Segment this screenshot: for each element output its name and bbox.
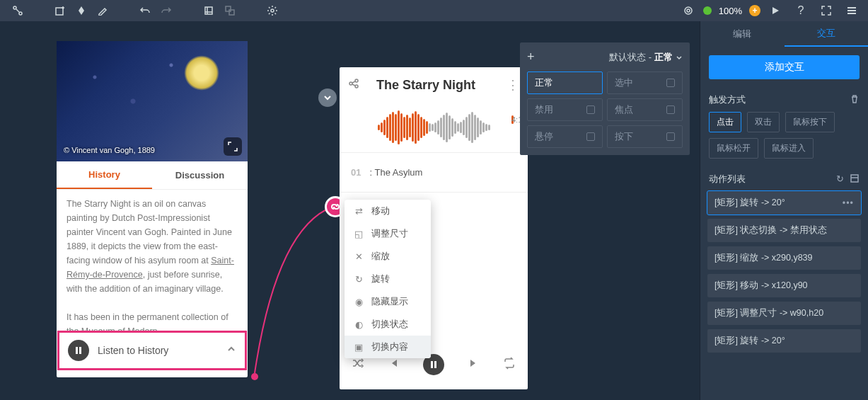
tab-discussion[interactable]: Discussion	[152, 161, 248, 189]
pause-icon[interactable]	[68, 340, 89, 361]
add-zoom-icon[interactable]: +	[749, 5, 760, 16]
undo-icon[interactable]	[134, 0, 156, 21]
context-menu: ⇄移动 ◱调整尺寸 ✕缩放 ↻旋转 ◉隐藏显示 ◐切换状态 ▣切换内容	[345, 200, 431, 358]
action-item[interactable]: [矩形] 旋转 -> 20°•••	[707, 191, 861, 215]
actions-section-title: 动作列表	[709, 173, 746, 185]
list-icon[interactable]	[850, 173, 860, 185]
action-item[interactable]: [矩形] 移动 -> x120,y90	[707, 274, 861, 297]
top-toolbar: 100% + ?	[0, 0, 868, 21]
trigger-dblclick[interactable]: 双击	[747, 112, 780, 132]
interaction-link-line	[251, 196, 336, 380]
svg-rect-9	[76, 347, 78, 354]
svg-rect-14	[431, 361, 433, 368]
link-endpoint-dot[interactable]	[251, 373, 258, 380]
player-title: Listen to History	[98, 345, 226, 356]
trigger-mouseenter[interactable]: 鼠标进入	[764, 138, 814, 159]
status-dot-green	[703, 6, 712, 15]
artboard-history[interactable]: © Vincent van Gogh, 1889 History Discuss…	[57, 41, 248, 377]
canvas[interactable]: © Vincent van Gogh, 1889 History Discuss…	[0, 21, 700, 400]
action-item[interactable]: [矩形] 状态切换 -> 禁用状态	[707, 219, 861, 242]
trigger-click[interactable]: 点击	[709, 112, 741, 132]
svg-point-0	[13, 6, 16, 9]
svg-rect-4	[226, 6, 231, 11]
menu-resize[interactable]: ◱调整尺寸	[345, 222, 431, 245]
tab-edit[interactable]: 编辑	[700, 21, 785, 47]
svg-point-1	[19, 12, 22, 15]
svg-rect-2	[56, 8, 63, 15]
menu-move[interactable]: ⇄移动	[345, 200, 431, 222]
state-normal[interactable]: 正常	[527, 72, 603, 94]
settings-icon[interactable]	[262, 0, 283, 21]
state-panel: + 默认状态 - 正常 正常 选中 禁用 焦点 悬停 按下	[520, 42, 690, 155]
image-credit: © Vincent van Gogh, 1889	[64, 146, 155, 154]
svg-rect-10	[79, 347, 81, 354]
state-pressed[interactable]: 按下	[607, 125, 683, 148]
actions-list: [矩形] 旋转 -> 20°•••[矩形] 状态切换 -> 禁用状态[矩形] 缩…	[700, 191, 868, 353]
state-dropdown[interactable]: 默认状态 - 正常	[609, 51, 683, 64]
zoom-level[interactable]: 100%	[719, 6, 742, 16]
menu-switch-state[interactable]: ◐切换状态	[345, 313, 431, 336]
description-text: The Starry Night is an oil on canvas pai…	[57, 190, 248, 345]
right-panel: 编辑 交互 添加交互 触发方式 点击 双击 鼠标按下 鼠标松开 鼠标进入 动作列…	[700, 21, 868, 400]
fullscreen-icon[interactable]	[816, 0, 837, 21]
state-disabled[interactable]: 禁用	[527, 98, 603, 121]
expand-icon[interactable]	[224, 137, 242, 156]
action-item[interactable]: [矩形] 缩放 -> x290,y839	[707, 246, 861, 270]
trigger-section-title: 触发方式	[709, 93, 746, 106]
repeat-icon[interactable]	[503, 357, 516, 372]
waveform[interactable]: 4:18	[340, 103, 528, 152]
hero-image: © Vincent van Gogh, 1889	[57, 41, 248, 161]
chevron-up-icon[interactable]	[226, 344, 236, 357]
shuffle-icon[interactable]	[352, 357, 364, 372]
branch-icon[interactable]	[7, 0, 28, 21]
refresh-icon[interactable]: ↻	[836, 173, 844, 185]
content-tabs: History Discussion	[57, 161, 248, 190]
state-focus[interactable]: 焦点	[607, 98, 683, 121]
more-icon[interactable]: ⋮	[507, 77, 519, 93]
player-heading: The Starry Night	[352, 78, 499, 93]
state-hover[interactable]: 悬停	[527, 125, 603, 148]
prev-icon[interactable]	[388, 358, 399, 372]
trigger-mouseup[interactable]: 鼠标松开	[709, 138, 758, 159]
crop-icon[interactable]	[198, 0, 219, 21]
action-item[interactable]: [矩形] 调整尺寸 -> w90,h20	[707, 302, 861, 325]
play-icon[interactable]	[765, 0, 786, 21]
redo-icon[interactable]	[156, 0, 177, 21]
add-state-icon[interactable]: +	[527, 50, 535, 64]
wave-duration: 4:18	[511, 115, 514, 124]
next-icon[interactable]	[468, 358, 480, 372]
menu-switch-content[interactable]: ▣切换内容	[345, 336, 431, 358]
ungroup-icon[interactable]	[219, 0, 241, 21]
help-icon[interactable]: ?	[790, 0, 811, 21]
trigger-mousedown[interactable]: 鼠标按下	[785, 112, 835, 132]
state-selected[interactable]: 选中	[607, 72, 683, 94]
delete-icon[interactable]	[850, 94, 860, 106]
pencil-icon[interactable]	[92, 0, 113, 21]
tab-history[interactable]: History	[57, 161, 152, 189]
menu-scale[interactable]: ✕缩放	[345, 245, 431, 268]
add-frame-icon[interactable]	[50, 0, 71, 21]
add-interaction-button[interactable]: 添加交互	[709, 55, 860, 79]
target-icon[interactable]	[678, 0, 699, 21]
svg-rect-15	[434, 361, 436, 368]
menu-rotate[interactable]: ↻旋转	[345, 268, 431, 290]
track-1[interactable]: 01: The Asylum	[340, 152, 528, 192]
svg-point-6	[271, 9, 274, 12]
pen-icon[interactable]	[71, 0, 92, 21]
svg-rect-5	[229, 10, 234, 15]
tab-interaction[interactable]: 交互	[785, 21, 869, 47]
svg-point-7	[685, 7, 692, 14]
menu-hide[interactable]: ◉隐藏显示	[345, 290, 431, 313]
svg-point-8	[687, 9, 690, 12]
action-item[interactable]: [矩形] 旋转 -> 20°	[707, 329, 861, 353]
svg-rect-16	[851, 175, 858, 182]
player-bar[interactable]: Listen to History	[59, 333, 245, 368]
menu-icon[interactable]	[841, 0, 862, 21]
collapse-button[interactable]	[318, 88, 337, 107]
svg-rect-3	[205, 7, 212, 14]
